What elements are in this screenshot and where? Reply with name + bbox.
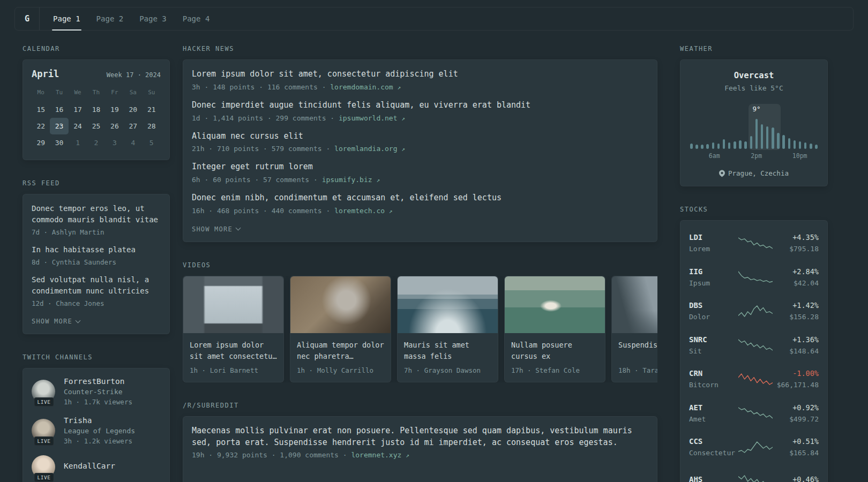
calendar-day: 16 bbox=[50, 101, 68, 118]
video-meta: 7h · Grayson Dawson bbox=[404, 366, 491, 374]
reddit-post-domain-link[interactable]: loremnet.xyz ↗ bbox=[351, 451, 409, 459]
hackernews-list: Lorem ipsum dolor sit amet, consectetur … bbox=[192, 69, 648, 215]
chevron-down-icon bbox=[75, 318, 80, 323]
page-tab[interactable]: Page 3 bbox=[131, 7, 175, 30]
stock-change: +4.35% bbox=[773, 233, 819, 242]
hackernews-item-domain-link[interactable]: ipsumify.biz ↗ bbox=[322, 176, 380, 184]
weather-hour-label: 2pm bbox=[751, 152, 762, 160]
video-card[interactable]: Nullam posuere cursus ex 17h · Stefan Co… bbox=[504, 276, 605, 382]
video-thumbnail bbox=[505, 276, 605, 333]
stock-price: $66,171.48 bbox=[773, 381, 819, 389]
stock-name: Lorem bbox=[689, 245, 738, 253]
calendar-day: 18 bbox=[87, 101, 105, 118]
stock-row[interactable]: AET Amet +0.92% $499.72 bbox=[689, 396, 819, 431]
stock-row[interactable]: CRN Bitcorn -1.00% $66,171.48 bbox=[689, 362, 819, 396]
video-thumbnail bbox=[398, 276, 498, 333]
stock-sparkline bbox=[738, 236, 773, 250]
calendar-weekday: Sa bbox=[124, 87, 142, 101]
stock-name: Dolor bbox=[689, 313, 738, 321]
stock-ticker: IIG bbox=[689, 267, 738, 276]
hackernews-item-title[interactable]: Integer eget rutrum lorem bbox=[192, 161, 648, 173]
hackernews-item-title[interactable]: Aliquam nec cursus elit bbox=[192, 131, 648, 142]
rss-item-title[interactable]: In hac habitasse platea bbox=[32, 244, 161, 255]
page-tab[interactable]: Page 4 bbox=[175, 7, 218, 30]
stock-row[interactable]: IIG Ipsum +2.84% $42.04 bbox=[689, 260, 819, 295]
calendar-weekday: Su bbox=[143, 87, 161, 101]
videos-section-title: VIDEOS bbox=[183, 261, 657, 269]
weather-peak-temp: 9° bbox=[752, 105, 760, 113]
video-card[interactable]: Mauris sit amet massa felis 7h · Grayson… bbox=[397, 276, 498, 382]
stock-sparkline bbox=[738, 304, 773, 318]
stock-sparkline bbox=[738, 270, 773, 284]
calendar-day: 25 bbox=[87, 118, 105, 134]
rss-item: Sed volutpat nulla nisl, a condimentum n… bbox=[32, 274, 161, 307]
stock-row[interactable]: DBS Dolor +1.42% $156.28 bbox=[689, 294, 819, 328]
hackernews-item-domain-link[interactable]: loremdomain.com ↗ bbox=[330, 83, 401, 91]
left-column: CALENDAR April Week 17 · 2024 MoTuWeThFr… bbox=[23, 45, 170, 482]
page-tabs: Page 1 Page 2 Page 3 Page 4 bbox=[45, 7, 218, 30]
hackernews-item: Lorem ipsum dolor sit amet, consectetur … bbox=[192, 69, 648, 91]
weather-condition: Overcast bbox=[689, 71, 819, 80]
stock-row[interactable]: CCS Consectetur +0.51% $165.84 bbox=[689, 430, 819, 464]
rss-show-more-button[interactable]: SHOW MORE bbox=[32, 318, 80, 325]
reddit-post-title[interactable]: Maecenas mollis pulvinar erat non posuer… bbox=[192, 425, 648, 449]
hackernews-item-domain-link[interactable]: loremlandia.org ↗ bbox=[334, 145, 405, 153]
page-tab[interactable]: Page 2 bbox=[88, 7, 132, 30]
hackernews-show-more-button[interactable]: SHOW MORE bbox=[192, 225, 240, 233]
twitch-channel-viewers: 1h · 1.7k viewers bbox=[64, 398, 132, 406]
rss-item-title[interactable]: Donec tempor eros leo, ut commodo mauris… bbox=[32, 203, 161, 225]
external-link-icon: ↗ bbox=[401, 115, 405, 122]
rss-item-meta: 7d · Ashlyn Martin bbox=[32, 228, 161, 236]
hackernews-item-title[interactable]: Donec imperdiet augue tincidunt felis al… bbox=[192, 100, 648, 111]
videos-section: VIDEOS Lorem ipsum dolor sit amet consec… bbox=[183, 261, 657, 382]
stocks-section: STOCKS LDI Lorem +4.35% $795.18 bbox=[680, 206, 828, 482]
chevron-down-icon bbox=[235, 225, 241, 231]
calendar-month: April bbox=[32, 69, 59, 79]
calendar-day: 22 bbox=[32, 118, 50, 134]
video-card[interactable]: Aliquam tempor dolor nec pharetra… 1h · … bbox=[290, 276, 391, 382]
stock-ticker: AHS bbox=[689, 475, 738, 482]
video-meta: 1h · Lori Barnett bbox=[190, 366, 277, 374]
hackernews-section: HACKER NEWS Lorem ipsum dolor sit amet, … bbox=[183, 45, 657, 242]
stock-row[interactable]: SNRC Sit +1.36% $148.64 bbox=[689, 328, 819, 363]
weather-hour-label: 6am bbox=[709, 152, 720, 160]
weather-section: WEATHER Overcast Feels like 5°C 9° 6am2p… bbox=[680, 45, 828, 186]
twitch-channel-row[interactable]: LIVE Trisha League of Legends 3h · 1.2k … bbox=[32, 416, 161, 445]
rss-item-title[interactable]: Sed volutpat nulla nisl, a condimentum n… bbox=[32, 274, 161, 297]
stock-name: Ipsum bbox=[689, 279, 738, 287]
calendar-day: 26 bbox=[106, 118, 124, 134]
stock-change: +2.84% bbox=[773, 267, 819, 276]
calendar-day: 17 bbox=[69, 101, 87, 118]
weather-hour-labels: 6am2pm10pm bbox=[690, 152, 818, 161]
weather-location: Prague, Czechia bbox=[689, 169, 819, 177]
video-card[interactable]: Suspendisse diam 18h · Tara bbox=[611, 276, 657, 382]
stock-price: $499.72 bbox=[773, 415, 819, 423]
video-meta: 17h · Stefan Cole bbox=[511, 366, 598, 374]
twitch-channel-row[interactable]: LIVE ForrestBurton Counter-Strike 1h · 1… bbox=[32, 377, 161, 406]
stocks-section-title: STOCKS bbox=[680, 206, 828, 213]
middle-column: HACKER NEWS Lorem ipsum dolor sit amet, … bbox=[183, 45, 657, 482]
stock-price: $156.28 bbox=[773, 313, 819, 321]
video-thumbnail bbox=[290, 276, 391, 333]
hackernews-item-title[interactable]: Lorem ipsum dolor sit amet, consectetur … bbox=[192, 69, 648, 80]
hackernews-item-title[interactable]: Donec enim nibh, condimentum et accumsan… bbox=[192, 192, 648, 204]
stock-row[interactable]: AHS +0.46% bbox=[689, 464, 819, 482]
calendar-section-title: CALENDAR bbox=[23, 45, 170, 52]
stocks-card: LDI Lorem +4.35% $795.18 IIG Ipsum bbox=[680, 220, 828, 482]
video-title: Suspendisse diam bbox=[618, 340, 657, 362]
stock-row[interactable]: LDI Lorem +4.35% $795.18 bbox=[689, 226, 819, 260]
hackernews-item-domain-link[interactable]: ipsumworld.net ↗ bbox=[339, 114, 405, 122]
external-link-icon: ↗ bbox=[389, 208, 393, 215]
stock-sparkline bbox=[738, 440, 773, 454]
page-tab[interactable]: Page 1 bbox=[45, 7, 88, 30]
video-card[interactable]: Lorem ipsum dolor sit amet consectetu… 1… bbox=[183, 276, 284, 382]
stock-change: +1.36% bbox=[773, 335, 819, 344]
calendar-weekday: Fr bbox=[106, 87, 124, 101]
stock-name: Amet bbox=[689, 415, 738, 423]
stock-price: $42.04 bbox=[773, 279, 819, 287]
video-thumbnail bbox=[183, 276, 283, 333]
calendar-day: 28 bbox=[143, 118, 161, 134]
twitch-channel-row[interactable]: LIVE KendallCarr bbox=[32, 455, 161, 479]
twitch-channel-name: KendallCarr bbox=[64, 462, 115, 470]
hackernews-item-domain-link[interactable]: loremtech.co ↗ bbox=[334, 207, 392, 215]
